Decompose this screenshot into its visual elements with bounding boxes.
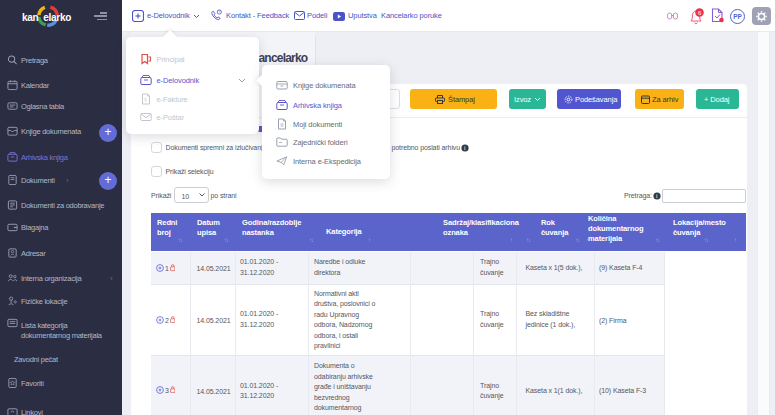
svg-text:?: ?: [218, 10, 220, 14]
svg-text:elarko: elarko: [43, 12, 71, 23]
svg-text:kan: kan: [22, 12, 39, 23]
